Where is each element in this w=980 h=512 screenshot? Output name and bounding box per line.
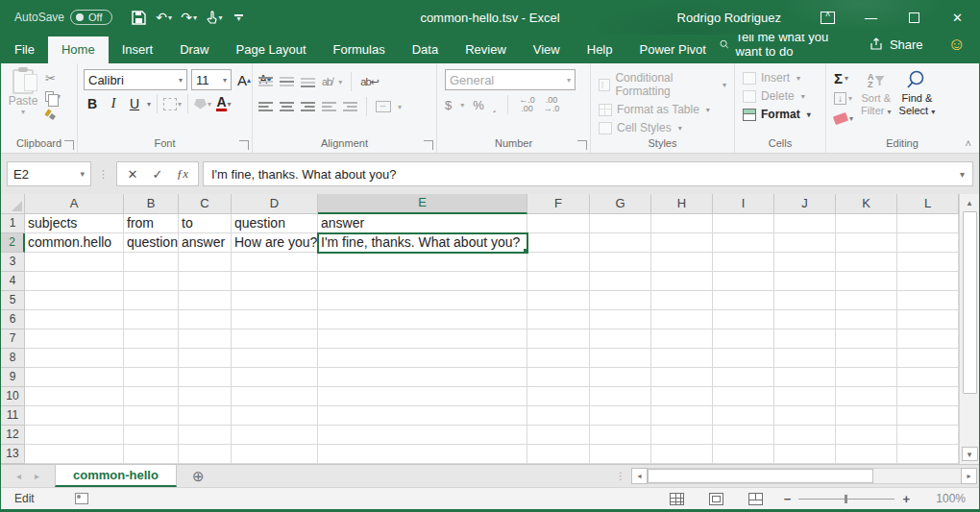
cell-J8[interactable] <box>774 349 836 368</box>
cell-K5[interactable] <box>836 291 897 310</box>
cell-I11[interactable] <box>713 406 774 426</box>
cell-styles-button[interactable]: Cell Styles▾ <box>599 121 726 134</box>
column-header-A[interactable]: A <box>25 194 124 214</box>
font-family-combo[interactable]: Calibri▾ <box>84 69 187 90</box>
increase-indent-icon[interactable] <box>343 102 357 112</box>
cell-I10[interactable] <box>713 387 774 406</box>
delete-cells-button[interactable]: Delete▾ <box>743 89 811 103</box>
merge-center-button[interactable] <box>376 101 391 112</box>
align-center-icon[interactable] <box>280 102 294 112</box>
cell-E12[interactable] <box>318 426 527 445</box>
feedback-smiley-icon[interactable]: ☺ <box>948 36 966 53</box>
underline-button[interactable]: U <box>126 94 143 113</box>
tab-view[interactable]: View <box>520 37 574 63</box>
column-header-D[interactable]: D <box>232 194 318 214</box>
customize-qat-button[interactable]: ▾ <box>228 5 251 30</box>
cell-A1[interactable]: subjects <box>25 214 124 233</box>
save-button[interactable] <box>128 5 151 30</box>
cell-D8[interactable] <box>232 349 318 368</box>
cell-L11[interactable] <box>897 406 959 426</box>
cell-H13[interactable] <box>651 445 713 464</box>
cell-E7[interactable] <box>318 329 527 349</box>
touch-mode-button[interactable]: ▾ <box>203 5 226 30</box>
zoom-slider-thumb[interactable] <box>845 495 847 503</box>
tab-power-pivot[interactable]: Power Pivot <box>626 37 720 63</box>
collapse-ribbon-button[interactable]: ˄ <box>966 137 971 149</box>
column-header-G[interactable]: G <box>590 194 651 214</box>
cell-I2[interactable] <box>713 233 774 253</box>
cell-F1[interactable] <box>527 214 590 233</box>
scroll-left-arrow[interactable]: ◂ <box>631 468 648 484</box>
row-header-8[interactable]: 8 <box>1 349 25 368</box>
close-button[interactable]: ✕ <box>936 0 979 35</box>
autosum-button[interactable]: Σ▾ <box>834 70 853 86</box>
cell-B1[interactable]: from <box>124 214 179 233</box>
zoom-out-button[interactable]: − <box>784 492 792 506</box>
cut-button[interactable]: ✂ <box>45 70 61 85</box>
cell-L3[interactable] <box>897 253 959 272</box>
cell-J1[interactable] <box>774 214 836 233</box>
zoom-level[interactable]: 100% <box>931 492 966 505</box>
cell-I8[interactable] <box>713 349 774 368</box>
wrap-text-button[interactable]: ab↩ <box>360 76 378 88</box>
cell-H1[interactable] <box>651 214 713 233</box>
cell-C5[interactable] <box>179 291 232 310</box>
row-header-9[interactable]: 9 <box>1 368 25 387</box>
cell-A9[interactable] <box>25 368 124 387</box>
middle-align-icon[interactable] <box>280 77 294 87</box>
cell-E6[interactable] <box>318 310 527 329</box>
align-right-icon[interactable] <box>301 102 315 112</box>
cell-C3[interactable] <box>179 253 232 272</box>
cell-L5[interactable] <box>897 291 959 310</box>
cell-K1[interactable] <box>836 214 897 233</box>
cell-A13[interactable] <box>25 445 124 464</box>
tab-draw[interactable]: Draw <box>166 37 222 63</box>
cell-D4[interactable] <box>232 272 318 291</box>
underline-dropdown[interactable]: ▾ <box>147 100 151 109</box>
macro-recording-icon[interactable] <box>75 493 88 504</box>
column-header-J[interactable]: J <box>774 194 836 214</box>
cell-H2[interactable] <box>651 233 713 253</box>
scroll-right-arrow[interactable]: ▸ <box>961 468 977 484</box>
cell-F5[interactable] <box>527 291 590 310</box>
column-header-H[interactable]: H <box>651 194 713 214</box>
copy-button[interactable]: ▾ <box>45 88 61 104</box>
column-header-F[interactable]: F <box>527 194 590 214</box>
page-layout-view-button[interactable] <box>709 493 723 505</box>
cell-J7[interactable] <box>774 329 836 349</box>
cell-C7[interactable] <box>179 329 232 349</box>
share-button[interactable]: Share <box>870 37 923 52</box>
account-name[interactable]: Rodrigo Rodriguez <box>677 11 781 25</box>
cancel-entry-button[interactable]: ✕ <box>121 167 144 182</box>
cell-H8[interactable] <box>651 349 713 368</box>
cell-F13[interactable] <box>527 445 590 464</box>
cell-L7[interactable] <box>897 329 959 349</box>
tab-data[interactable]: Data <box>399 37 452 63</box>
cell-I5[interactable] <box>713 291 774 310</box>
format-as-table-button[interactable]: Format as Table▾ <box>599 103 726 116</box>
tab-help[interactable]: Help <box>574 37 626 63</box>
horizontal-scroll-track[interactable] <box>648 468 961 484</box>
cell-C8[interactable] <box>179 349 232 368</box>
cell-A10[interactable] <box>25 387 124 406</box>
merge-center-dropdown[interactable]: ▾ <box>398 103 402 111</box>
zoom-in-button[interactable]: + <box>902 492 910 506</box>
number-dialog-launcher[interactable] <box>577 140 587 150</box>
font-dialog-launcher[interactable] <box>239 140 249 150</box>
cell-H6[interactable] <box>651 310 713 329</box>
font-family-dropdown[interactable]: ▾ <box>179 76 183 85</box>
cell-A6[interactable] <box>25 310 124 329</box>
redo-button[interactable]: ↷▾ <box>178 5 201 30</box>
cell-I1[interactable] <box>713 214 774 233</box>
find-select-button[interactable]: Find & Select ▾ <box>899 68 936 127</box>
cell-I12[interactable] <box>713 426 774 445</box>
row-header-12[interactable]: 12 <box>1 426 25 445</box>
cell-J4[interactable] <box>774 272 836 291</box>
cell-C1[interactable]: to <box>179 214 232 233</box>
scroll-up-arrow[interactable]: ▴ <box>960 194 979 211</box>
orientation-button[interactable]: ab̸ <box>322 76 331 87</box>
cell-L4[interactable] <box>897 272 959 291</box>
cell-A4[interactable] <box>25 272 124 291</box>
column-header-E[interactable]: E <box>318 194 527 214</box>
cell-H12[interactable] <box>651 426 713 445</box>
